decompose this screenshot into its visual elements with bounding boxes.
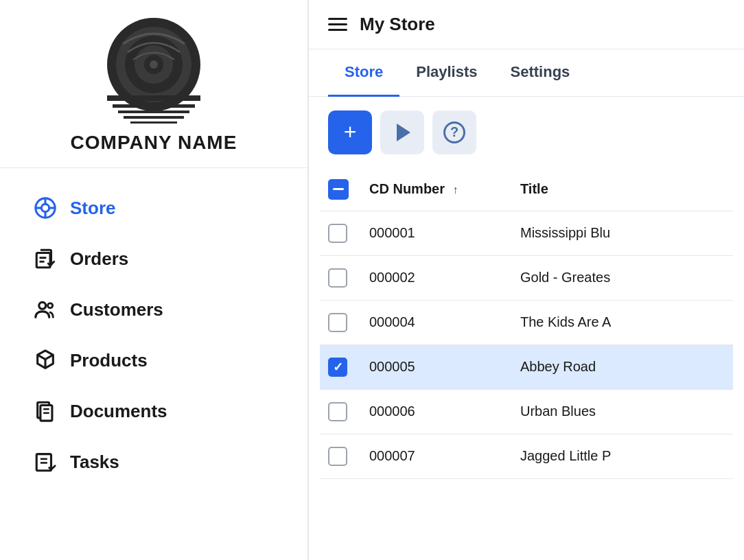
customers-icon [33,297,58,322]
row-title: Jagged Little P [512,434,733,478]
sidebar-item-documents[interactable]: Documents [8,386,299,436]
th-title: Title [512,168,733,211]
row-checkbox[interactable] [328,224,347,243]
store-icon [33,196,58,220]
row-checkbox[interactable] [328,268,347,288]
row-checkbox-cell[interactable] [320,211,361,255]
svg-point-20 [39,302,46,309]
sidebar-item-store[interactable]: Store [8,183,299,233]
minus-icon [333,188,344,190]
add-button[interactable]: + [328,110,372,154]
sidebar: COMPANY NAME Store [0,0,309,560]
sidebar-item-orders[interactable]: Orders [8,234,299,283]
tab-store[interactable]: Store [328,49,399,97]
help-icon: ? [443,121,465,143]
checkmark-icon: ✓ [333,360,343,375]
row-cd-number: 000007 [361,434,512,478]
plus-icon: + [344,119,357,145]
table-row: 000001 Mississippi Blu [320,211,733,255]
th-select-all[interactable] [320,168,361,211]
row-cd-number: 000001 [361,211,512,255]
toolbar: + ? [309,97,744,168]
help-button[interactable]: ? [432,110,476,154]
row-checkbox-cell[interactable] [320,255,361,300]
svg-rect-6 [107,95,200,101]
sort-asc-icon: ↑ [453,184,458,196]
sidebar-item-products-label: Products [70,350,148,371]
tabs-bar: Store Playlists Settings [309,49,744,97]
row-title: Abbey Road [512,345,733,389]
sidebar-item-orders-label: Orders [70,248,128,270]
svg-rect-9 [124,116,184,119]
svg-point-21 [48,303,53,308]
hamburger-menu-button[interactable] [328,18,347,31]
svg-point-5 [150,60,158,69]
svg-point-12 [41,204,49,211]
sidebar-item-customers-label: Customers [70,299,163,320]
sidebar-item-customers[interactable]: Customers [8,285,299,334]
row-cd-number: 000005 [361,345,512,389]
svg-rect-7 [113,104,195,108]
orders-icon [33,246,58,271]
sidebar-item-tasks[interactable]: Tasks [8,437,299,487]
sidebar-item-documents-label: Documents [70,401,167,422]
topbar-title: My Store [360,14,435,35]
row-checkbox-cell[interactable] [320,434,361,478]
records-table-container: CD Number ↑ Title 000001 Mississippi Blu [309,168,744,561]
sidebar-item-store-label: Store [70,198,115,219]
row-title: Mississippi Blu [512,211,733,255]
row-title: Gold - Greates [512,255,733,300]
deselect-all-button[interactable] [328,179,349,200]
row-checkbox[interactable]: ✓ [328,358,347,377]
row-checkbox-cell[interactable] [320,300,361,345]
sidebar-nav: Store Orders [0,168,307,502]
table-row: 000002 Gold - Greates [320,255,733,300]
table-header-row: CD Number ↑ Title [320,168,733,211]
main-content: My Store Store Playlists Settings + ? [309,0,744,560]
play-icon [397,124,410,141]
topbar: My Store [309,0,744,49]
products-icon [33,348,58,373]
table-row: 000007 Jagged Little P [320,434,733,478]
table-row: ✓ 000005 Abbey Road [320,345,733,389]
play-button[interactable] [380,110,424,154]
svg-rect-8 [118,110,189,113]
table-row: 000006 Urban Blues [320,389,733,434]
tab-playlists[interactable]: Playlists [399,49,493,97]
sidebar-item-tasks-label: Tasks [70,452,119,473]
row-cd-number: 000004 [361,300,512,345]
svg-rect-10 [130,121,177,124]
th-cd-number[interactable]: CD Number ↑ [361,168,512,211]
row-checkbox[interactable] [328,313,347,332]
svg-rect-17 [36,253,50,268]
table-row: 000004 The Kids Are A [320,300,733,345]
row-cd-number: 000006 [361,389,512,434]
row-checkbox[interactable] [328,402,347,421]
sidebar-item-products[interactable]: Products [8,336,299,385]
records-table: CD Number ↑ Title 000001 Mississippi Blu [320,168,733,479]
logo-area: COMPANY NAME [0,0,307,168]
row-title: Urban Blues [512,389,733,434]
row-checkbox[interactable] [328,447,347,466]
tasks-icon [33,450,58,474]
company-name-label: COMPANY NAME [71,132,237,154]
company-logo [85,16,222,126]
row-cd-number: 000002 [361,255,512,300]
row-title: The Kids Are A [512,300,733,345]
documents-icon [33,399,58,423]
row-checkbox-cell[interactable]: ✓ [320,345,361,389]
tab-settings[interactable]: Settings [494,49,587,97]
row-checkbox-cell[interactable] [320,389,361,434]
